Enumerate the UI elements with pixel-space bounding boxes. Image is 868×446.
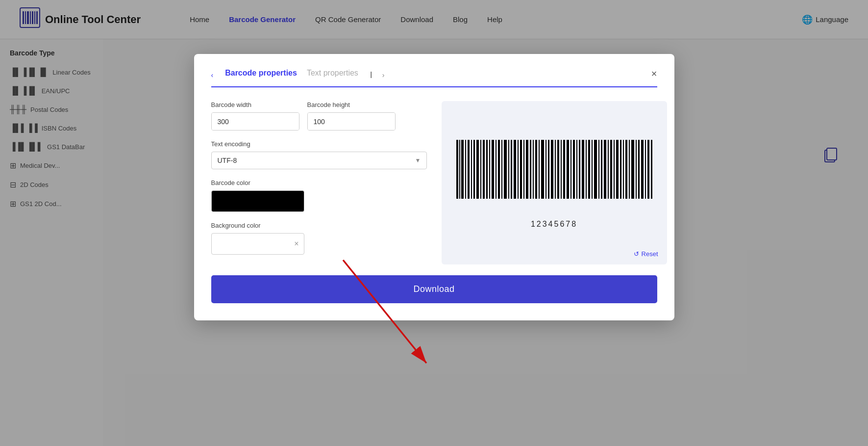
modal-right-panel: 12345678 ↺ Reset	[442, 101, 667, 264]
svg-rect-25	[498, 140, 500, 199]
svg-rect-52	[582, 140, 584, 199]
tab-text-properties[interactable]: Text properties	[307, 69, 358, 81]
barcode-preview: 12345678	[451, 137, 657, 229]
cursor-icon: I	[370, 70, 372, 80]
modal-header: ‹ Barcode properties Text properties I ›…	[211, 69, 657, 87]
background-color-swatch[interactable]: ×	[211, 233, 304, 255]
svg-rect-56	[594, 140, 597, 199]
modal-dialog: ‹ Barcode properties Text properties I ›…	[194, 54, 674, 320]
modal-close-button[interactable]: ×	[651, 69, 657, 79]
svg-rect-18	[476, 140, 479, 199]
svg-rect-15	[468, 140, 470, 199]
svg-rect-39	[541, 140, 544, 199]
svg-rect-54	[588, 140, 590, 199]
svg-rect-44	[557, 140, 559, 199]
svg-rect-59	[604, 140, 606, 199]
background-color-label: Background color	[211, 222, 427, 229]
tab-barcode-properties[interactable]: Barcode properties	[225, 69, 297, 81]
text-encoding-select-wrap: UTF-8 ASCII ISO-8859-1 ▼	[211, 152, 427, 169]
svg-rect-42	[551, 140, 553, 199]
tab-chevron-left: ‹	[211, 71, 214, 79]
barcode-height-input-wrap: ▲ ▼	[307, 112, 396, 131]
svg-rect-70	[638, 140, 640, 199]
modal-body: Barcode width ▲ ▼ Barcode height	[211, 101, 657, 264]
field-group-encoding: Text encoding UTF-8 ASCII ISO-8859-1 ▼	[211, 140, 427, 169]
svg-rect-68	[631, 140, 634, 199]
svg-rect-60	[608, 140, 609, 199]
svg-rect-31	[518, 140, 519, 199]
svg-rect-11	[456, 140, 458, 199]
svg-rect-14	[465, 140, 466, 199]
svg-rect-57	[598, 140, 599, 199]
svg-rect-67	[629, 140, 630, 199]
svg-rect-69	[636, 140, 637, 199]
barcode-width-group: Barcode width ▲ ▼	[211, 101, 299, 131]
text-encoding-label: Text encoding	[211, 140, 427, 148]
svg-rect-21	[486, 140, 488, 199]
barcode-height-group: Barcode height ▲ ▼	[307, 101, 396, 131]
svg-rect-45	[561, 140, 562, 199]
svg-rect-30	[514, 140, 516, 199]
svg-rect-47	[567, 140, 569, 199]
svg-rect-38	[539, 140, 540, 199]
svg-rect-16	[471, 140, 472, 199]
svg-rect-20	[483, 140, 485, 199]
svg-rect-24	[496, 140, 496, 199]
svg-rect-73	[647, 140, 649, 199]
svg-rect-66	[625, 140, 627, 199]
barcode-width-input[interactable]	[212, 113, 299, 130]
reset-icon: ↺	[634, 250, 639, 258]
svg-rect-58	[601, 140, 602, 199]
svg-rect-41	[548, 140, 549, 199]
svg-rect-28	[508, 140, 509, 199]
svg-rect-63	[616, 140, 619, 199]
barcode-height-input[interactable]	[308, 113, 396, 130]
svg-rect-35	[530, 140, 531, 199]
svg-rect-65	[623, 140, 624, 199]
svg-rect-64	[620, 140, 621, 199]
svg-rect-72	[645, 140, 646, 199]
svg-rect-50	[576, 140, 577, 199]
svg-rect-29	[511, 140, 512, 199]
svg-rect-62	[614, 140, 615, 199]
tab-chevron-right: ›	[382, 71, 385, 79]
barcode-width-label: Barcode width	[211, 101, 299, 108]
svg-rect-32	[520, 140, 522, 199]
svg-rect-51	[579, 140, 580, 199]
barcode-width-input-wrap: ▲ ▼	[211, 112, 299, 131]
barcode-color-swatch[interactable]	[211, 190, 304, 212]
svg-rect-74	[651, 140, 652, 199]
reset-label: Reset	[642, 250, 658, 258]
svg-rect-55	[592, 140, 593, 199]
svg-rect-61	[610, 140, 612, 199]
svg-rect-53	[586, 140, 587, 199]
color-clear-icon[interactable]: ×	[294, 239, 298, 248]
svg-rect-27	[504, 140, 507, 199]
download-button-area: Download	[211, 275, 657, 303]
dimensions-row: Barcode width ▲ ▼ Barcode height	[211, 101, 427, 131]
text-encoding-select[interactable]: UTF-8 ASCII ISO-8859-1	[211, 152, 427, 169]
svg-rect-26	[501, 140, 502, 199]
svg-rect-36	[533, 140, 534, 199]
svg-rect-43	[555, 140, 556, 199]
svg-rect-12	[459, 140, 460, 199]
svg-rect-23	[492, 140, 494, 199]
svg-rect-71	[641, 140, 644, 199]
svg-rect-40	[546, 140, 546, 199]
field-group-bg-color: Background color ×	[211, 222, 427, 255]
svg-rect-49	[573, 140, 575, 199]
svg-rect-13	[461, 140, 464, 199]
svg-rect-34	[526, 140, 528, 199]
modal-left-panel: Barcode width ▲ ▼ Barcode height	[211, 101, 427, 264]
svg-rect-48	[570, 140, 571, 199]
reset-button[interactable]: ↺ Reset	[634, 250, 658, 258]
svg-rect-33	[523, 140, 524, 199]
barcode-value-text: 12345678	[531, 220, 577, 229]
field-group-barcode-color: Barcode color	[211, 179, 427, 212]
field-group-dimensions: Barcode width ▲ ▼ Barcode height	[211, 101, 427, 131]
svg-rect-19	[480, 140, 481, 199]
svg-rect-17	[473, 140, 475, 199]
barcode-height-label: Barcode height	[307, 101, 396, 108]
download-button[interactable]: Download	[211, 275, 657, 303]
svg-rect-22	[489, 140, 490, 199]
